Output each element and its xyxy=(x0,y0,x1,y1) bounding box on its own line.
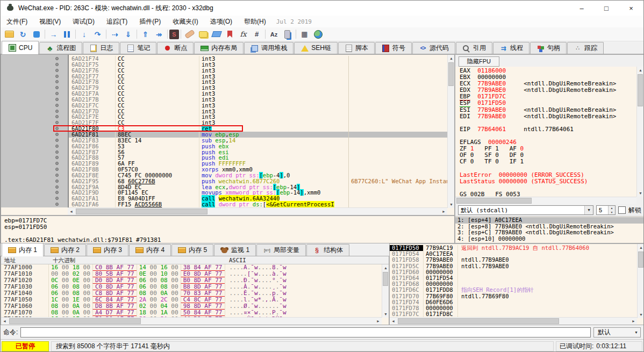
tab-symbols[interactable]: 符号 xyxy=(375,42,412,54)
scroll-left-arrow[interactable] xyxy=(68,208,75,215)
comment-icon[interactable] xyxy=(196,28,210,40)
tab-log[interactable]: 日志 xyxy=(83,42,119,54)
menu-item[interactable]: 选项(O) xyxy=(204,16,238,27)
breakpoint-dot[interactable] xyxy=(55,185,59,189)
breakpoint-gutter-cell[interactable] xyxy=(1,173,69,178)
breakpoint-gutter-cell[interactable] xyxy=(1,196,69,202)
dump-hscrollbar[interactable] xyxy=(1,317,382,325)
breakpoint-dot[interactable] xyxy=(55,139,59,142)
tab-graph[interactable]: ♣流程图 xyxy=(39,42,82,54)
scroll-up-arrow[interactable] xyxy=(382,264,389,271)
breakpoint-dot[interactable] xyxy=(55,162,59,165)
scroll-left-arrow[interactable] xyxy=(1,318,8,325)
breakpoint-dot[interactable] xyxy=(55,203,59,206)
bookmark-icon[interactable] xyxy=(223,28,237,40)
disasm-row[interactable]: 6AD21F77CCint3 xyxy=(1,74,447,80)
dump-tab-locals[interactable]: [x=]局部变量 xyxy=(256,244,306,256)
menu-item[interactable]: 文件(F) xyxy=(1,16,33,27)
breakpoint-dot[interactable] xyxy=(55,150,59,154)
dump-tab-mem2[interactable]: 内存 2 xyxy=(44,244,86,256)
menu-item[interactable]: 视图(V) xyxy=(33,16,67,27)
scroll-right-arrow[interactable] xyxy=(440,208,447,215)
tab-references[interactable]: 引用 xyxy=(456,42,492,54)
register-line[interactable]: EIP 77B64061 ntdll.77B64061 xyxy=(460,126,636,133)
execute-till-return-icon[interactable]: ⇑ xyxy=(139,28,152,40)
breakpoint-gutter-cell[interactable] xyxy=(1,178,69,184)
command-profile-select[interactable]: 默认 xyxy=(593,327,641,337)
breakpoint-dot[interactable] xyxy=(55,63,59,66)
step-out-icon[interactable]: ⇓ xyxy=(121,28,135,40)
step-over-icon[interactable]: ↷ xyxy=(91,28,104,40)
pause-icon[interactable] xyxy=(60,28,74,40)
breakpoint-gutter-cell[interactable] xyxy=(1,149,69,155)
breakpoint-gutter-cell[interactable] xyxy=(1,190,69,196)
stack-arg-row[interactable]: 3: [esp+C] 77B9ABE0 <ntdll.DbgUiRemoteBr… xyxy=(455,229,644,236)
stack-row[interactable]: 0171FD6C0171FDD8指向SEH_Record[1]的指针 xyxy=(390,287,637,293)
scroll-thumb[interactable] xyxy=(456,198,532,204)
scroll-thumb[interactable] xyxy=(9,318,141,324)
breakpoint-dot[interactable] xyxy=(55,121,59,124)
tab-source[interactable]: <>源代码 xyxy=(412,42,455,54)
stack-hscrollbar[interactable] xyxy=(390,317,637,325)
minimize-button[interactable]: – xyxy=(569,1,594,16)
maximize-button[interactable]: □ xyxy=(594,1,619,16)
run-to-user-code-icon[interactable]: ↠ xyxy=(152,28,166,40)
breakpoint-gutter-cell[interactable] xyxy=(1,155,69,161)
menu-item[interactable]: 插件(P) xyxy=(133,16,167,27)
breakpoint-gutter-cell[interactable] xyxy=(1,109,69,114)
scroll-thumb[interactable] xyxy=(383,272,388,286)
command-input[interactable] xyxy=(20,327,591,337)
breakpoint-gutter-cell[interactable] xyxy=(1,132,69,138)
tab-memmap[interactable]: 内存布局 xyxy=(194,42,244,54)
disasm-hscrollbar[interactable] xyxy=(68,207,447,215)
hash-icon[interactable]: # xyxy=(250,28,263,40)
disasm-vscrollbar[interactable] xyxy=(447,55,454,208)
registers-hscrollbar[interactable] xyxy=(455,197,636,204)
breakpoint-dot[interactable] xyxy=(55,98,59,101)
breakpoint-dot[interactable] xyxy=(55,168,59,171)
stack-vscrollbar[interactable] xyxy=(637,244,644,318)
tab-script[interactable]: 脚本 xyxy=(338,42,375,54)
tab-handles[interactable]: 句柄 xyxy=(530,42,567,54)
breakpoint-gutter-cell[interactable] xyxy=(1,202,69,207)
dump-tab-mem4[interactable]: 内存 4 xyxy=(129,244,171,256)
tab-callstack[interactable]: 调用堆栈 xyxy=(244,42,294,54)
stack-arg-row[interactable]: 4: [esp+10] 00000000 xyxy=(455,236,644,242)
arg-count-spinner[interactable]: 5 xyxy=(596,205,616,215)
close-button[interactable]: × xyxy=(619,1,643,16)
run-to-cursor-icon[interactable]: ⇢ xyxy=(108,28,121,40)
breakpoint-gutter-cell[interactable] xyxy=(1,143,69,149)
dump-tab-mem5[interactable]: 内存 5 xyxy=(171,244,213,256)
dump-tab-mem3[interactable]: 内存 3 xyxy=(87,244,128,256)
calling-convention-select[interactable]: 默认 (stdcall) xyxy=(458,205,593,215)
tab-trace[interactable]: ∴跟踪 xyxy=(567,42,604,54)
unlock-checkbox[interactable] xyxy=(618,206,626,214)
scroll-thumb[interactable] xyxy=(638,74,643,106)
tab-seh[interactable]: SEH链 xyxy=(294,42,338,54)
scroll-up-arrow[interactable] xyxy=(448,55,455,62)
spinner-up-icon[interactable] xyxy=(609,206,615,210)
breakpoint-dot[interactable] xyxy=(55,92,59,95)
breakpoint-gutter-cell[interactable] xyxy=(1,161,69,167)
scroll-thumb[interactable] xyxy=(76,209,207,214)
disasm-row[interactable]: 6AD21F79CCint3 xyxy=(1,85,447,91)
stack-arg-row[interactable]: 1: [esp+4] A0C17EEA xyxy=(455,217,644,224)
disasm-row[interactable]: 6AD21F76CCint3 xyxy=(1,68,447,74)
breakpoint-dot[interactable] xyxy=(55,69,59,72)
registers-vscrollbar[interactable] xyxy=(636,67,643,197)
breakpoint-gutter-cell[interactable] xyxy=(1,103,69,109)
register-line[interactable]: EDI 77B9ABE0 <ntdll.DbgUiRemoteBreakin> xyxy=(460,113,636,120)
disasm-row[interactable]: 6AD21F74CCint3 xyxy=(1,56,447,62)
tab-threads[interactable]: ⇉线程 xyxy=(493,42,529,54)
breakpoint-dot[interactable] xyxy=(55,179,59,183)
tab-notes[interactable]: 笔记 xyxy=(120,42,156,54)
function-icon[interactable]: fx xyxy=(237,28,250,40)
run-icon[interactable]: → xyxy=(47,28,60,40)
scroll-thumb[interactable] xyxy=(398,318,559,324)
dump-tab-mem1[interactable]: 内存 1 xyxy=(2,243,44,256)
breakpoint-gutter-cell[interactable] xyxy=(1,85,69,91)
breakpoint-gutter-cell[interactable] xyxy=(1,74,69,80)
disasm-row[interactable]: 6AD21F7ACCint3 xyxy=(1,91,447,97)
menu-item[interactable]: 收藏夹(I) xyxy=(167,16,204,27)
breakpoint-dot[interactable] xyxy=(55,197,59,200)
